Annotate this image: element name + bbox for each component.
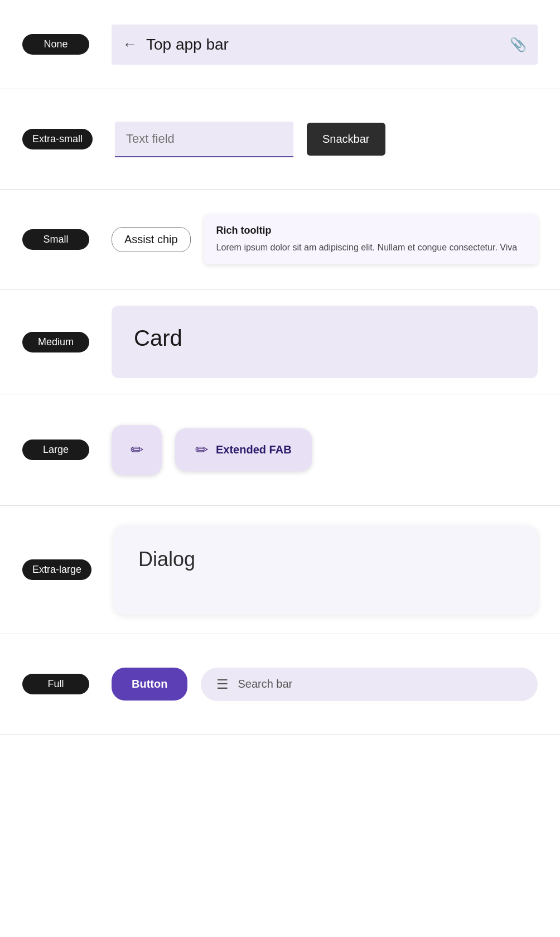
extended-fab[interactable]: ✏ Extended FAB — [175, 428, 312, 471]
large-content: ✏ ✏ Extended FAB — [112, 425, 538, 475]
row-small: Small Assist chip Rich tooltip Lorem ips… — [0, 190, 560, 290]
top-app-bar-title: Top app bar — [146, 36, 510, 54]
badge-small: Small — [22, 229, 89, 250]
search-bar-label: Search bar — [238, 678, 292, 690]
full-content: Button ☰ Search bar — [112, 668, 538, 701]
badge-extra-small: Extra-small — [22, 129, 93, 149]
text-field-input[interactable] — [115, 122, 293, 157]
assist-chip-label: Assist chip — [124, 233, 178, 245]
menu-icon: ☰ — [216, 677, 229, 692]
dialog-title: Dialog — [138, 548, 513, 571]
small-content: Assist chip Rich tooltip Lorem ipsum dol… — [112, 215, 538, 264]
badge-large: Large — [22, 439, 89, 460]
row-extra-small: Extra-small Snackbar — [0, 89, 560, 190]
back-icon[interactable]: ← — [123, 36, 137, 53]
row-large: Large ✏ ✏ Extended FAB — [0, 394, 560, 506]
badge-medium: Medium — [22, 332, 89, 352]
card[interactable]: Card — [112, 306, 538, 378]
extra-large-content: Dialog — [114, 525, 538, 615]
medium-content: Card — [112, 306, 538, 378]
snackbar-label: Snackbar — [322, 133, 370, 145]
rich-tooltip-body: Lorem ipsum dolor sit am adipiscing elit… — [216, 241, 525, 254]
badge-full: Full — [22, 674, 89, 694]
row-full: Full Button ☰ Search bar — [0, 634, 560, 735]
search-bar[interactable]: ☰ Search bar — [201, 668, 538, 701]
row-extra-large: Extra-large Dialog — [0, 506, 560, 634]
badge-extra-large: Extra-large — [22, 559, 91, 580]
fab-icon: ✏ — [131, 441, 143, 459]
rich-tooltip: Rich tooltip Lorem ipsum dolor sit am ad… — [204, 215, 538, 264]
extra-small-content: Snackbar — [115, 122, 538, 157]
attach-icon[interactable]: 📎 — [510, 37, 527, 52]
row-none: None ← Top app bar 📎 — [0, 0, 560, 89]
fab[interactable]: ✏ — [112, 425, 162, 475]
badge-none: None — [22, 34, 89, 55]
primary-button-label: Button — [132, 678, 167, 690]
assist-chip[interactable]: Assist chip — [112, 227, 191, 252]
rich-tooltip-title: Rich tooltip — [216, 225, 525, 236]
primary-button[interactable]: Button — [112, 668, 187, 701]
row-medium: Medium Card — [0, 290, 560, 394]
card-title: Card — [134, 326, 515, 351]
extended-fab-icon: ✏ — [195, 441, 208, 459]
dialog[interactable]: Dialog — [114, 525, 538, 615]
extended-fab-label: Extended FAB — [216, 443, 292, 456]
snackbar: Snackbar — [307, 123, 385, 156]
top-app-bar: ← Top app bar 📎 — [112, 25, 538, 65]
